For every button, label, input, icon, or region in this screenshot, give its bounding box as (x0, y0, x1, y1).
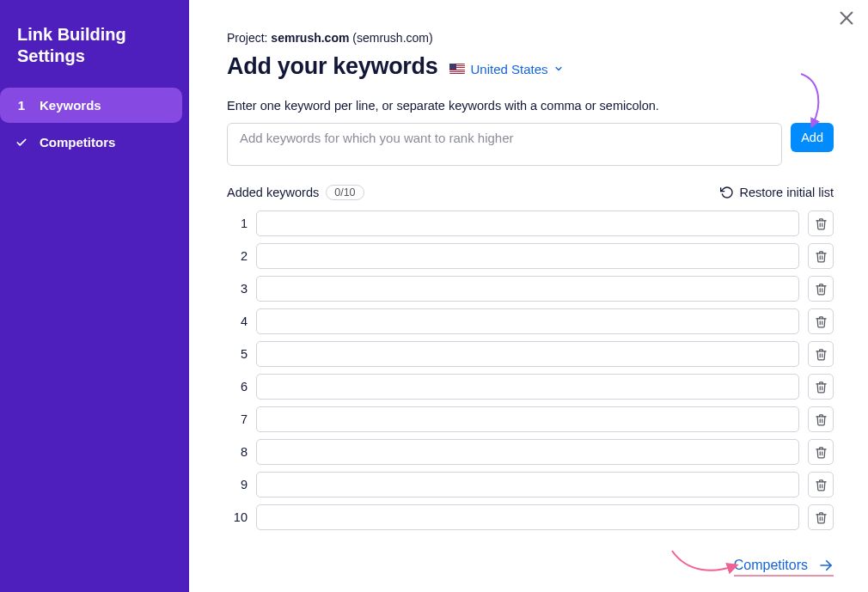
keyword-row: 2 (227, 243, 834, 269)
delete-keyword-button[interactable] (808, 472, 834, 497)
project-name: semrush.com (271, 31, 349, 45)
restore-label: Restore initial list (739, 186, 834, 199)
added-keywords-label: Added keywords 0/10 (227, 185, 364, 200)
keyword-row: 3 (227, 276, 834, 302)
trash-icon (815, 315, 828, 328)
project-domain: (semrush.com) (349, 31, 432, 45)
keyword-field[interactable] (256, 374, 799, 400)
keyword-field[interactable] (256, 439, 799, 465)
arrow-right-icon (818, 558, 834, 573)
delete-keyword-button[interactable] (808, 439, 834, 465)
keyword-field[interactable] (256, 406, 799, 432)
chevron-down-icon (553, 64, 564, 74)
keyword-field[interactable] (256, 472, 799, 497)
trash-icon (815, 283, 828, 296)
restore-icon (720, 186, 734, 199)
row-number: 5 (227, 347, 248, 361)
next-competitors-link[interactable]: Competitors (734, 558, 834, 577)
delete-keyword-button[interactable] (808, 243, 834, 269)
project-line: Project: semrush.com (semrush.com) (227, 31, 834, 45)
keyword-row: 8 (227, 439, 834, 465)
keyword-row: 6 (227, 374, 834, 400)
keyword-row: 5 (227, 341, 834, 367)
row-number: 1 (227, 217, 248, 230)
row-number: 2 (227, 249, 248, 263)
keyword-field[interactable] (256, 243, 799, 269)
trash-icon (815, 348, 828, 361)
step-number: 1 (15, 98, 28, 113)
keyword-row: 7 (227, 406, 834, 432)
restore-initial-list[interactable]: Restore initial list (720, 186, 834, 199)
keyword-field[interactable] (256, 341, 799, 367)
annotation-arrow-competitors (670, 549, 739, 578)
main-panel: Project: semrush.com (semrush.com) Add y… (189, 0, 868, 592)
delete-keyword-button[interactable] (808, 406, 834, 432)
keyword-field[interactable] (256, 308, 799, 334)
check-icon (15, 137, 28, 149)
delete-keyword-button[interactable] (808, 276, 834, 302)
trash-icon (815, 217, 828, 230)
sidebar: Link Building Settings 1 Keywords Compet… (0, 0, 189, 592)
keyword-row: 10 (227, 504, 834, 530)
delete-keyword-button[interactable] (808, 504, 834, 530)
close-icon (837, 9, 856, 27)
keyword-field[interactable] (256, 276, 799, 302)
trash-icon (815, 250, 828, 263)
sidebar-item-label: Competitors (40, 135, 115, 150)
keyword-row: 4 (227, 308, 834, 334)
keyword-rows: 12345678910 (227, 211, 834, 530)
us-flag-icon (449, 64, 465, 74)
sidebar-item-competitors[interactable]: Competitors (0, 125, 189, 160)
keyword-field[interactable] (256, 504, 799, 530)
project-prefix: Project: (227, 31, 271, 45)
sidebar-item-label: Keywords (40, 98, 101, 113)
delete-keyword-button[interactable] (808, 308, 834, 334)
added-label-text: Added keywords (227, 186, 319, 199)
close-button[interactable] (837, 9, 856, 27)
row-number: 9 (227, 478, 248, 491)
trash-icon (815, 479, 828, 491)
keyword-row: 1 (227, 211, 834, 236)
keyword-row: 9 (227, 472, 834, 497)
delete-keyword-button[interactable] (808, 374, 834, 400)
sidebar-item-keywords[interactable]: 1 Keywords (0, 88, 182, 123)
trash-icon (815, 511, 828, 524)
keyword-input[interactable] (227, 123, 782, 166)
trash-icon (815, 381, 828, 394)
row-number: 8 (227, 445, 248, 459)
added-count-pill: 0/10 (326, 185, 364, 200)
row-number: 3 (227, 282, 248, 296)
locale-selector[interactable]: United States (449, 62, 563, 76)
delete-keyword-button[interactable] (808, 211, 834, 236)
add-button[interactable]: Add (791, 123, 834, 152)
instructions: Enter one keyword per line, or separate … (227, 99, 834, 113)
delete-keyword-button[interactable] (808, 341, 834, 367)
locale-label: United States (470, 62, 547, 76)
next-label: Competitors (734, 558, 808, 573)
trash-icon (815, 446, 828, 459)
row-number: 6 (227, 380, 248, 394)
row-number: 7 (227, 412, 248, 426)
row-number: 10 (227, 510, 248, 524)
page-title: Add your keywords (227, 53, 437, 80)
row-number: 4 (227, 314, 248, 328)
keyword-field[interactable] (256, 211, 799, 236)
sidebar-title: Link Building Settings (0, 0, 189, 88)
trash-icon (815, 413, 828, 426)
